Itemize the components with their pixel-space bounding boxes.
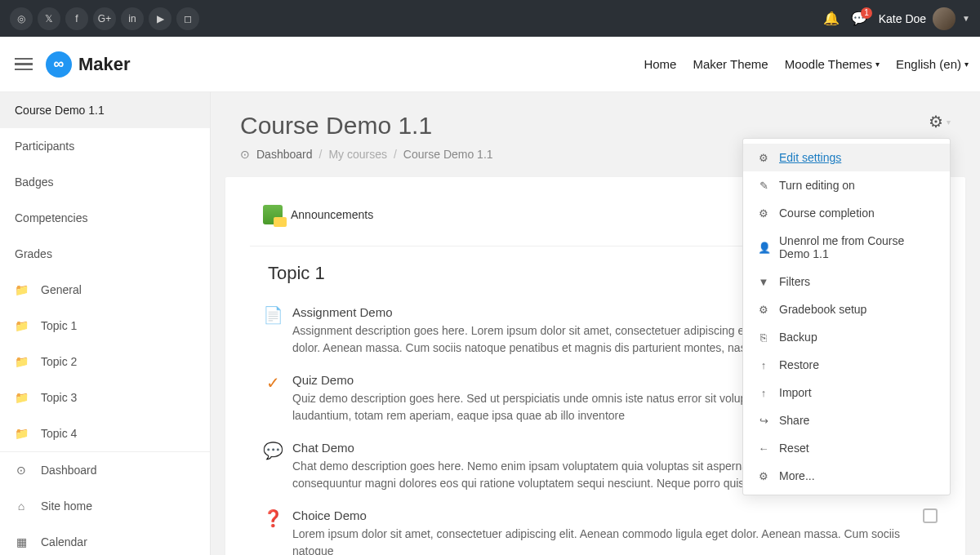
sidebar-item[interactable]: Competencies <box>0 200 210 236</box>
activity-icon: 💬 <box>263 441 283 460</box>
menu-icon: ↑ <box>758 359 769 371</box>
user-name: Kate Doe <box>879 12 926 25</box>
dropdown-item[interactable]: ⚙More... <box>743 462 950 490</box>
dropdown-label: Restore <box>779 358 819 371</box>
nav-left: ∞ Maker <box>11 51 131 78</box>
chat-icon[interactable]: 💬1 <box>851 11 867 26</box>
chevron-down-icon: ▾ <box>875 60 880 69</box>
activity-icon: ✓ <box>263 373 283 393</box>
menu-icon: ⚙ <box>758 207 769 220</box>
user-menu[interactable]: Kate Doe ▼ <box>879 7 970 30</box>
sidebar-item[interactable]: ⊙Dashboard <box>0 452 210 488</box>
dropdown-label: Backup <box>779 331 817 344</box>
dropdown-item[interactable]: ⚙Edit settings <box>743 144 950 171</box>
sidebar-item[interactable]: 📁Topic 4 <box>0 415 210 451</box>
sidebar-item[interactable]: 📁Topic 1 <box>0 308 210 344</box>
sidebar-item[interactable]: 📁Topic 3 <box>0 380 210 415</box>
sidebar-item-label: General <box>41 283 82 296</box>
menu-icon: ✎ <box>758 180 769 192</box>
topbar: ◎ 𝕏 f G+ in ▶ ◻ 🔔 💬1 Kate Doe ▼ <box>0 0 980 37</box>
navbar: ∞ Maker HomeMaker ThemeMoodle Themes▾Eng… <box>0 37 980 92</box>
sidebar-item[interactable]: Course Demo 1.1 <box>0 92 210 128</box>
dropdown-item[interactable]: ⚙Course completion <box>743 199 950 227</box>
hamburger-button[interactable] <box>11 51 36 78</box>
google-plus-icon[interactable]: G+ <box>93 7 116 30</box>
twitter-icon[interactable]: 𝕏 <box>38 7 60 30</box>
sidebar-item[interactable]: 📁Topic 2 <box>0 344 210 380</box>
activity-icon: 📄 <box>263 305 283 325</box>
brand-text: Maker <box>78 54 131 75</box>
folder-icon: 📁 <box>15 427 28 440</box>
dropdown-item[interactable]: ↑Restore <box>743 351 950 379</box>
chevron-down-icon: ▾ <box>964 60 969 69</box>
sidebar-item-label: Site home <box>41 500 92 513</box>
menu-icon: ↪ <box>758 415 769 427</box>
nav-link[interactable]: Moodle Themes▾ <box>785 57 880 71</box>
breadcrumb: ⊙ Dashboard / My courses / Course Demo 1… <box>240 148 493 161</box>
nav-icon: ▦ <box>15 535 28 548</box>
nav-link[interactable]: Home <box>644 57 676 71</box>
activity-link[interactable]: Choice Demo <box>292 508 913 522</box>
nav-link[interactable]: Maker Theme <box>693 57 768 71</box>
activity-icon: ❓ <box>263 508 283 528</box>
chevron-down-icon: ▾ <box>947 118 951 127</box>
menu-icon: ⚙ <box>758 152 769 164</box>
social-icons: ◎ 𝕏 f G+ in ▶ ◻ <box>10 7 199 30</box>
folder-icon: 📁 <box>15 319 28 332</box>
menu-icon: ⚙ <box>758 304 769 316</box>
linkedin-icon[interactable]: in <box>121 7 144 30</box>
dropdown-item[interactable]: ▼Filters <box>743 268 950 295</box>
page-title: Course Demo 1.1 <box>240 112 493 140</box>
menu-icon: 👤 <box>758 242 769 254</box>
dropdown-label: Import <box>779 386 812 399</box>
dropdown-item[interactable]: ✎Turn editing on <box>743 171 950 199</box>
sidebar-item[interactable]: ⌂Site home <box>0 488 210 524</box>
dropdown-item[interactable]: ↪Share <box>743 406 950 434</box>
dropdown-item[interactable]: ⎘Backup <box>743 323 950 351</box>
nav-icon: ⊙ <box>15 464 28 477</box>
chevron-down-icon: ▼ <box>962 14 970 23</box>
activity-item: ❓Choice DemoLorem ipsum dolor sit amet, … <box>250 500 941 555</box>
activity-desc: Lorem ipsum dolor sit amet, consectetuer… <box>292 526 913 555</box>
sidebar-item[interactable]: ▦Calendar <box>0 524 210 555</box>
gear-dropdown: ⚙ ▾ ⚙Edit settings✎Turn editing on⚙Cours… <box>929 112 951 131</box>
forum-icon <box>263 205 283 224</box>
sidebar-item-label: Topic 2 <box>41 355 77 368</box>
chat-badge: 1 <box>861 7 872 19</box>
completion-checkbox[interactable] <box>923 508 938 523</box>
main: Course Demo 1.1 ⊙ Dashboard / My courses… <box>211 92 980 555</box>
sidebar-item-label: Topic 4 <box>41 427 77 440</box>
instagram-icon[interactable]: ◻ <box>176 7 199 30</box>
sidebar: Course Demo 1.1ParticipantsBadgesCompete… <box>0 92 211 555</box>
sidebar-item-label: Dashboard <box>41 464 97 477</box>
dropdown-item[interactable]: ←Reset <box>743 434 950 462</box>
avatar <box>933 7 956 30</box>
gear-menu: ⚙Edit settings✎Turn editing on⚙Course co… <box>742 138 951 495</box>
youtube-icon[interactable]: ▶ <box>149 7 172 30</box>
globe-icon[interactable]: ◎ <box>10 7 33 30</box>
dropdown-label: Gradebook setup <box>779 303 866 316</box>
breadcrumb-current: Course Demo 1.1 <box>403 148 493 161</box>
folder-icon: 📁 <box>15 391 28 404</box>
dropdown-label: Share <box>779 414 809 427</box>
sidebar-item[interactable]: 📁General <box>0 272 210 308</box>
breadcrumb-link[interactable]: My courses <box>328 148 387 161</box>
breadcrumb-link[interactable]: Dashboard <box>256 148 313 161</box>
gear-button[interactable]: ⚙ ▾ <box>929 112 951 131</box>
bell-icon[interactable]: 🔔 <box>823 11 840 26</box>
nav-icon: ⌂ <box>15 500 28 513</box>
folder-icon: 📁 <box>15 355 28 368</box>
dropdown-label: More... <box>779 469 815 482</box>
nav-link[interactable]: English (en)▾ <box>896 57 969 71</box>
dropdown-label: Reset <box>779 442 809 455</box>
dropdown-item[interactable]: ↑Import <box>743 379 950 406</box>
brand[interactable]: ∞ Maker <box>46 51 131 78</box>
dropdown-item[interactable]: ⚙Gradebook setup <box>743 295 950 323</box>
sidebar-item[interactable]: Badges <box>0 164 210 200</box>
dropdown-item[interactable]: 👤Unenrol me from Course Demo 1.1 <box>743 227 950 268</box>
facebook-icon[interactable]: f <box>65 7 88 30</box>
dropdown-label: Course completion <box>779 206 875 220</box>
sidebar-item[interactable]: Participants <box>0 128 210 164</box>
dropdown-label: Unenrol me from Course Demo 1.1 <box>779 234 935 260</box>
sidebar-item[interactable]: Grades <box>0 236 210 272</box>
